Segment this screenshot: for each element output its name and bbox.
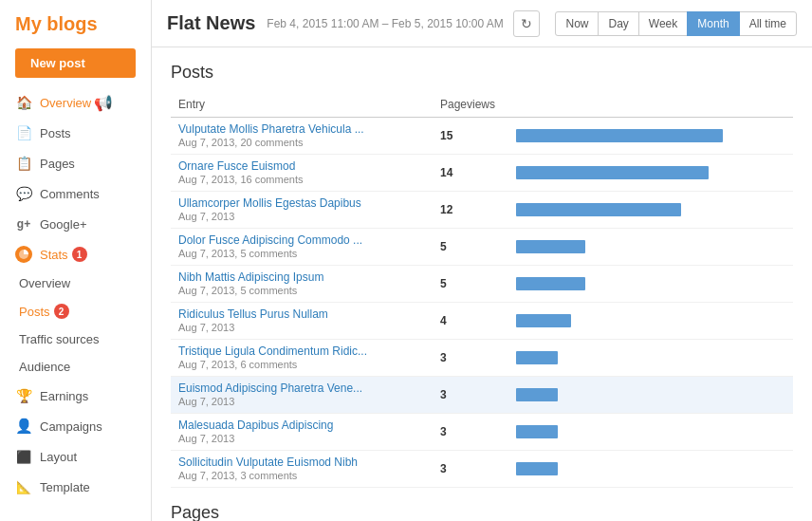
posts-table: Entry Pageviews Vulputate Mollis Pharetr… — [171, 94, 793, 488]
template-icon: 📐 — [15, 478, 32, 495]
bar-container — [516, 351, 785, 364]
sidebar-label-pages: Pages — [40, 157, 75, 171]
campaigns-icon: 👤 — [15, 418, 32, 435]
sidebar-item-pages[interactable]: 📋 Pages — [0, 148, 151, 178]
refresh-button[interactable]: ↻ — [513, 10, 540, 37]
col-entry: Entry — [171, 94, 433, 118]
sidebar-item-comments[interactable]: 💬 Comments — [0, 178, 151, 209]
post-title-link[interactable]: Sollicitudin Vulputate Euismod Nibh — [178, 456, 358, 469]
table-row: Dolor Fusce Adipiscing Commodo ... Aug 7… — [171, 229, 793, 266]
post-title-link[interactable]: Ridiculus Tellus Purus Nullam — [178, 307, 328, 321]
post-bar-cell — [508, 266, 793, 303]
post-title-link[interactable]: Dolor Fusce Adipiscing Commodo ... — [178, 233, 362, 247]
post-pageviews: 3 — [433, 414, 508, 451]
post-title-link[interactable]: Malesuada Dapibus Adipiscing — [178, 419, 333, 432]
pageviews-number: 3 — [440, 425, 447, 438]
post-entry: Ridiculus Tellus Purus Nullam Aug 7, 201… — [171, 303, 433, 340]
post-bar-cell — [508, 451, 793, 488]
home-icon: 🏠 — [15, 94, 32, 111]
table-row: Euismod Adipiscing Pharetra Vene... Aug … — [171, 377, 793, 414]
table-row: Vulputate Mollis Pharetra Vehicula ... A… — [171, 118, 793, 155]
bar-container — [516, 240, 785, 253]
post-meta: Aug 7, 2013 — [178, 211, 234, 222]
post-pageviews: 15 — [433, 118, 508, 155]
table-row: Tristique Ligula Condimentum Ridic... Au… — [171, 340, 793, 377]
post-title-link[interactable]: Nibh Mattis Adipiscing Ipsum — [178, 270, 323, 284]
pageviews-bar — [516, 388, 558, 401]
post-title-link[interactable]: Euismod Adipiscing Pharetra Vene... — [178, 381, 362, 395]
blog-name: Flat News — [167, 12, 255, 34]
sidebar-item-googleplus[interactable]: g+ Google+ — [0, 209, 151, 239]
sidebar-item-template[interactable]: 📐 Template — [0, 472, 151, 502]
posts-badge: 2 — [54, 304, 69, 319]
sidebar-label-template: Template — [40, 480, 90, 494]
sidebar: My blogs New post 🏠 Overview 📢 📄 Posts 📋… — [0, 0, 152, 521]
posts-icon: 📄 — [15, 124, 32, 141]
sidebar-label-googleplus: Google+ — [40, 217, 87, 232]
comments-icon: 💬 — [15, 185, 32, 202]
stats-pie-icon — [15, 246, 32, 263]
time-btn-now[interactable]: Now — [555, 11, 599, 36]
sidebar-item-sub-traffic[interactable]: Traffic sources — [0, 326, 151, 353]
table-row: Nibh Mattis Adipiscing Ipsum Aug 7, 2013… — [171, 266, 793, 303]
post-title-link[interactable]: Tristique Ligula Condimentum Ridic... — [178, 344, 367, 358]
header: Flat News Feb 4, 2015 11:00 AM – Feb 5, … — [152, 0, 812, 47]
post-bar-cell — [508, 229, 793, 266]
bar-container — [516, 166, 785, 179]
post-bar-cell — [508, 414, 793, 451]
bar-container — [516, 277, 785, 290]
sidebar-item-campaigns[interactable]: 👤 Campaigns — [0, 411, 151, 441]
post-meta: Aug 7, 2013, 16 comments — [178, 174, 303, 185]
pageviews-bar — [516, 462, 558, 475]
post-title-link[interactable]: Ornare Fusce Euismod — [178, 159, 295, 173]
time-btn-month[interactable]: Month — [687, 11, 739, 36]
post-title-link[interactable]: Vulputate Mollis Pharetra Vehicula ... — [178, 122, 364, 136]
sidebar-label-sub-audience: Audience — [19, 360, 70, 374]
post-meta: Aug 7, 2013, 3 comments — [178, 470, 297, 481]
date-range: Feb 4, 2015 11:00 AM – Feb 5, 2015 10:00… — [267, 17, 504, 30]
pageviews-number: 3 — [440, 351, 447, 364]
new-post-button[interactable]: New post — [15, 48, 136, 78]
content-area: Posts Entry Pageviews Vulputate Mollis P… — [152, 47, 812, 521]
sidebar-label-posts: Posts — [40, 126, 71, 140]
sidebar-item-stats[interactable]: Stats 1 — [0, 239, 151, 270]
sidebar-item-earnings[interactable]: 🏆 Earnings — [0, 381, 151, 411]
pageviews-bar — [516, 425, 558, 438]
sidebar-label-campaigns: Campaigns — [40, 419, 102, 434]
sidebar-item-layout[interactable]: ⬛ Layout — [0, 441, 151, 472]
pages-section-title: Pages — [171, 503, 793, 521]
post-bar-cell — [508, 155, 793, 192]
sidebar-label-comments: Comments — [40, 187, 100, 201]
pageviews-bar — [516, 166, 709, 179]
post-bar-cell — [508, 303, 793, 340]
table-row: Sollicitudin Vulputate Euismod Nibh Aug … — [171, 451, 793, 488]
sidebar-item-sub-overview[interactable]: Overview — [0, 270, 151, 297]
post-pageviews: 4 — [433, 303, 508, 340]
sidebar-label-sub-posts: Posts — [19, 305, 50, 319]
pageviews-number: 3 — [440, 462, 447, 475]
megaphone-icon: 📢 — [95, 94, 112, 111]
sidebar-label-earnings: Earnings — [40, 389, 88, 403]
col-pageviews: Pageviews — [433, 94, 508, 118]
sidebar-title: My blogs — [0, 0, 151, 45]
refresh-icon: ↻ — [521, 16, 532, 31]
pageviews-number: 4 — [440, 314, 447, 327]
pageviews-number: 3 — [440, 388, 447, 401]
time-btn-day[interactable]: Day — [598, 11, 638, 36]
sidebar-item-sub-audience[interactable]: Audience — [0, 353, 151, 381]
sidebar-item-overview[interactable]: 🏠 Overview 📢 — [0, 87, 151, 118]
bar-container — [516, 203, 785, 216]
posts-section-title: Posts — [171, 63, 793, 83]
sidebar-label-sub-traffic: Traffic sources — [19, 332, 100, 346]
post-title-link[interactable]: Ullamcorper Mollis Egestas Dapibus — [178, 196, 361, 210]
time-buttons: Now Day Week Month All time — [556, 11, 797, 36]
post-meta: Aug 7, 2013 — [178, 322, 234, 333]
time-btn-week[interactable]: Week — [638, 11, 688, 36]
post-pageviews: 14 — [433, 155, 508, 192]
post-meta: Aug 7, 2013 — [178, 433, 234, 444]
pageviews-number: 15 — [440, 129, 452, 142]
sidebar-item-sub-posts[interactable]: Posts 2 — [0, 297, 151, 326]
sidebar-item-posts[interactable]: 📄 Posts — [0, 118, 151, 148]
pageviews-number: 14 — [440, 166, 452, 179]
time-btn-alltime[interactable]: All time — [739, 11, 797, 36]
